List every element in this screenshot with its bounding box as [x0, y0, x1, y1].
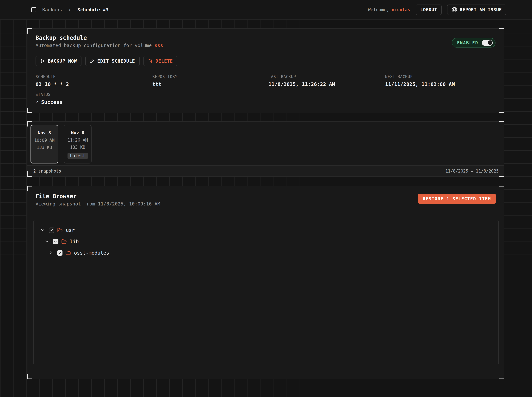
tree-item-label: ossl-modules — [74, 250, 109, 256]
edit-schedule-button-label: EDIT SCHEDULE — [97, 58, 135, 64]
snapshot-card-selected[interactable]: Nov 8 10:09 AM 133 KB — [31, 125, 58, 163]
edit-schedule-button[interactable]: EDIT SCHEDULE — [85, 56, 139, 66]
report-issue-button[interactable]: REPORT AN ISSUE — [447, 5, 506, 15]
checkbox-checked[interactable] — [57, 250, 63, 256]
check-icon: ✓ — [36, 99, 39, 105]
sidebar-toggle-button[interactable] — [31, 7, 37, 13]
volume-name: sss — [154, 43, 163, 48]
enabled-toggle[interactable]: ENABLED — [452, 38, 495, 48]
card-subtitle: Automated backup configuration for volum… — [36, 43, 163, 48]
tree-item-label: lib — [70, 239, 79, 244]
toggle-knob — [488, 40, 493, 45]
card-subtitle: Viewing snapshot from 11/8/2025, 10:09:1… — [36, 201, 160, 207]
chevron-right-icon[interactable] — [48, 250, 53, 255]
checkbox-checked[interactable] — [53, 239, 58, 244]
snapshot-card-latest[interactable]: Nov 8 11:26 AM 133 KB Latest — [64, 125, 92, 163]
life-buoy-icon — [452, 7, 457, 12]
corner-bracket — [499, 171, 504, 177]
field-value: 02 10 * * 2 — [36, 81, 152, 87]
corner-bracket — [499, 121, 504, 126]
play-icon — [40, 59, 45, 63]
file-browser-card: File Browser Viewing snapshot from 11/8/… — [27, 186, 504, 379]
field-label: NEXT BACKUP — [385, 74, 455, 79]
corner-bracket — [27, 121, 32, 126]
snapshots-card: Nov 8 10:09 AM 133 KB Nov 8 11:26 AM 133… — [27, 121, 504, 177]
field-label: SCHEDULE — [36, 74, 152, 79]
repository-field: REPOSITORY ttt — [152, 74, 268, 87]
snapshot-time: 11:26 AM — [68, 138, 88, 143]
snapshot-size: 133 KB — [37, 145, 52, 150]
report-issue-button-label: REPORT AN ISSUE — [460, 7, 502, 12]
tree-item-usr[interactable]: usr — [34, 224, 498, 236]
toggle-switch[interactable] — [482, 40, 493, 46]
snapshot-time: 10:09 AM — [34, 138, 55, 143]
delete-button-label: DELETE — [155, 58, 173, 64]
enabled-toggle-label: ENABLED — [457, 40, 478, 45]
corner-bracket — [499, 374, 504, 379]
latest-badge: Latest — [68, 153, 88, 159]
username: nicolas — [392, 7, 410, 12]
schedule-details: SCHEDULE 02 10 * * 2 REPOSITORY ttt LAST… — [36, 74, 455, 87]
breadcrumb-separator: › — [68, 7, 72, 12]
file-tree: usr lib ossl-modules — [33, 220, 499, 365]
tree-item-label: usr — [66, 227, 75, 233]
corner-bracket — [499, 108, 504, 113]
breadcrumb-backups-link[interactable]: Backups — [42, 7, 62, 12]
tree-item-ossl-modules[interactable]: ossl-modules — [34, 247, 498, 259]
field-label: LAST BACKUP — [268, 74, 385, 79]
folder-icon — [65, 250, 71, 256]
restore-selected-button-label: RESTORE 1 SELECTED ITEM — [423, 196, 491, 201]
corner-bracket — [499, 186, 504, 191]
corner-bracket — [27, 186, 32, 191]
snapshot-count: 2 snapshots — [33, 169, 61, 174]
logout-button-label: LOGOUT — [420, 7, 437, 12]
corner-bracket — [27, 171, 32, 177]
panel-left-icon — [31, 7, 37, 13]
backup-now-button-label: BACKUP NOW — [48, 58, 77, 64]
tree-item-lib[interactable]: lib — [34, 236, 498, 247]
status-field: STATUS ✓ Success — [36, 92, 62, 105]
card-title: Backup schedule — [36, 35, 87, 41]
breadcrumb-current-page: Schedule #3 — [77, 7, 108, 12]
folder-open-icon — [57, 228, 63, 233]
corner-bracket — [27, 374, 32, 379]
field-label: STATUS — [36, 92, 62, 97]
trash-icon — [148, 59, 152, 63]
field-value: ttt — [152, 81, 268, 87]
last-backup-field: LAST BACKUP 11/8/2025, 11:26:22 AM — [268, 74, 385, 87]
corner-bracket — [27, 108, 32, 113]
snapshot-size: 133 KB — [70, 145, 85, 150]
card-title: File Browser — [36, 193, 77, 199]
field-value: 11/11/2025, 11:02:00 AM — [385, 81, 455, 87]
status-value: Success — [41, 99, 63, 105]
schedule-field: SCHEDULE 02 10 * * 2 — [36, 74, 152, 87]
next-backup-field: NEXT BACKUP 11/11/2025, 11:02:00 AM — [385, 74, 455, 87]
backup-schedule-card: Backup schedule Automated backup configu… — [27, 28, 504, 113]
checkbox-checked[interactable] — [49, 228, 54, 233]
chevron-down-icon[interactable] — [44, 239, 49, 244]
welcome-text: Welcome, nicolas — [368, 7, 410, 12]
snapshot-date-range: 11/8/2025 – 11/8/2025 — [445, 169, 499, 174]
logout-button[interactable]: LOGOUT — [416, 5, 442, 15]
top-bar: Backups › Schedule #3 Welcome, nicolas L… — [0, 0, 532, 20]
field-label: REPOSITORY — [152, 74, 268, 79]
backup-now-button[interactable]: BACKUP NOW — [36, 56, 82, 66]
corner-bracket — [27, 28, 32, 34]
corner-bracket — [499, 28, 504, 34]
chevron-down-icon[interactable] — [40, 228, 45, 233]
field-value: 11/8/2025, 11:26:22 AM — [268, 81, 385, 87]
restore-selected-button[interactable]: RESTORE 1 SELECTED ITEM — [418, 194, 496, 204]
snapshots-footer: 2 snapshots 11/8/2025 – 11/8/2025 — [27, 165, 504, 176]
snapshot-date: Nov 8 — [71, 130, 84, 135]
delete-button[interactable]: DELETE — [144, 56, 177, 66]
snapshot-date: Nov 8 — [38, 130, 51, 135]
pencil-icon — [90, 59, 95, 63]
folder-open-icon — [61, 239, 67, 244]
